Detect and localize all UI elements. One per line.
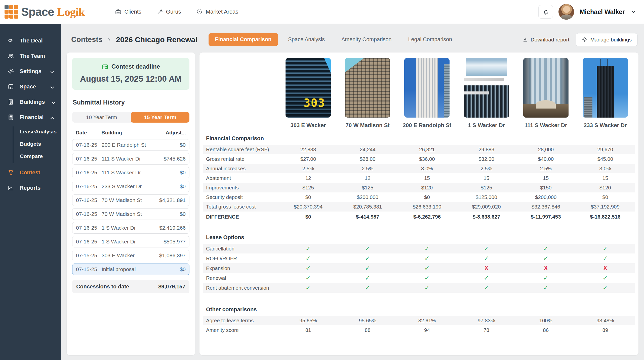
submittal-rows: 07-16-25200 E Randolph St$007-16-25111 S… <box>72 139 189 275</box>
row-value: 12 <box>278 175 338 181</box>
row-value: 2.5% <box>516 166 576 172</box>
sidebar-subitem-budgets[interactable]: Budgets <box>20 138 57 150</box>
row-value: $0 <box>397 194 457 200</box>
submittal-row[interactable]: 07-16-25111 S Wacker Dr$0 <box>72 167 189 178</box>
sidebar-item-reports[interactable]: Reports <box>0 180 61 195</box>
team-icon <box>8 53 14 59</box>
row-amount: $1,086,397 <box>159 252 186 259</box>
check-icon: ✓ <box>457 284 516 291</box>
term-button-15-year-term[interactable]: 15 Year Term <box>131 112 189 123</box>
row-value: $120 <box>397 185 457 191</box>
nav-market-areas[interactable]: Market Areas <box>196 9 238 15</box>
nav-gurus[interactable]: Gurus <box>156 9 181 15</box>
section-title-financial-comparison: Financial Comparison <box>203 135 635 142</box>
user-avatar[interactable] <box>558 4 574 20</box>
row-date: 07-16-25 <box>76 211 102 217</box>
buildings-icon <box>8 99 14 105</box>
row-amount: $0 <box>180 170 186 176</box>
row-value: 100% <box>516 318 576 324</box>
nav-clients[interactable]: Clients <box>115 9 141 15</box>
section-rows: Agree to lease terms95.65%95.65%82.61%97… <box>203 316 635 335</box>
building-name: 70 W Madison St <box>346 122 390 129</box>
row-building: 200 E Randolph St <box>102 142 180 148</box>
row-amount: $0 <box>180 142 186 148</box>
row-label: Renewal <box>203 275 278 281</box>
row-value: 12 <box>338 175 397 181</box>
check-icon: ✓ <box>278 274 338 282</box>
submittal-row[interactable]: 07-16-25233 S Wacker Dr$0 <box>72 181 189 192</box>
logo-grid-icon <box>5 5 18 19</box>
submittal-row[interactable]: 07-16-25200 E Randolph St$0 <box>72 139 189 151</box>
submittal-row[interactable]: 07-16-251 S Wacker Dr$2,419,266 <box>72 222 189 234</box>
comparison-row-rent-abatement-conversion: Rent abatement conversion✓✓✓✓✓✓ <box>203 283 635 293</box>
sidebar-item-buildings[interactable]: Buildings <box>0 94 61 110</box>
calculator-icon <box>8 114 14 121</box>
tab-amenity-comparison[interactable]: Amenity Comparison <box>335 33 398 46</box>
row-amount: $505,977 <box>164 239 186 245</box>
sidebar-item-space[interactable]: Space <box>0 79 61 94</box>
sidebar-subitem-leaseanalysis[interactable]: LeaseAnalysis <box>20 125 57 138</box>
row-date: 07-16-25 <box>76 183 102 189</box>
submittal-row[interactable]: 07-16-251 S Wacker Dr$505,977 <box>72 236 189 247</box>
term-button-10-year-term[interactable]: 10 Year Term <box>72 112 131 123</box>
row-date: 07-15-25 <box>76 252 102 259</box>
row-value: $200,000 <box>338 194 397 200</box>
row-value: 95.65% <box>338 318 397 324</box>
check-icon: ✓ <box>576 274 635 282</box>
tab-financial-comparison[interactable]: Financial Comparison <box>209 33 278 46</box>
check-icon: ✓ <box>576 284 635 291</box>
check-icon: ✓ <box>278 255 338 262</box>
row-value: $0 <box>576 194 635 200</box>
chevron-down-icon <box>49 84 54 89</box>
row-value: 26,821 <box>397 146 457 152</box>
user-name[interactable]: Michael Walker <box>580 8 625 16</box>
spacelogik-logo[interactable]: SpaceLogik <box>5 5 85 19</box>
row-building: 303 E Wacker <box>102 252 159 259</box>
row-date: 07-16-25 <box>76 170 102 176</box>
x-icon: X <box>516 265 576 272</box>
row-value: 89 <box>576 327 635 333</box>
comparison-row-agree-to-lease-terms: Agree to lease terms95.65%95.65%82.61%97… <box>203 316 635 325</box>
sidebar-item-label: Financial <box>20 114 44 121</box>
sidebar-item-financial[interactable]: Financial <box>0 110 61 125</box>
tab-legal-comparison[interactable]: Legal Comparison <box>402 33 459 46</box>
check-icon: ✓ <box>516 255 576 262</box>
row-value: $150 <box>516 185 576 191</box>
app-root: SpaceLogik ClientsGurusMarket Areas Mich… <box>0 0 644 360</box>
term-toggle: 10 Year Term15 Year Term <box>72 112 189 123</box>
sidebar-item-settings[interactable]: Settings <box>0 64 61 79</box>
row-value: 28,000 <box>516 146 576 152</box>
check-icon: ✓ <box>397 274 457 282</box>
submittal-row[interactable]: 07-15-25Initial proposal$0 <box>72 264 189 275</box>
manage-buildings-button[interactable]: Manage buildings <box>576 33 637 46</box>
row-value: $-11,997,453 <box>516 214 576 220</box>
row-label: Gross rental rate <box>203 156 278 162</box>
sidebar: The DealThe TeamSettingsSpaceBuildingsFi… <box>0 24 61 360</box>
breadcrumb-contests[interactable]: Contests <box>71 35 102 44</box>
row-value: 2.5% <box>338 166 397 172</box>
sidebar-item-contest[interactable]: Contest <box>0 165 61 180</box>
notifications-button[interactable] <box>538 5 553 19</box>
sidebar-item-the-deal[interactable]: The Deal <box>0 33 61 48</box>
submittal-row[interactable]: 07-16-2570 W Madison St$4,321,891 <box>72 194 189 206</box>
building-photo <box>464 58 509 118</box>
chevron-down-icon[interactable] <box>630 9 636 15</box>
sidebar-subitem-compare[interactable]: Compare <box>20 150 57 162</box>
download-report-button[interactable]: Download report <box>522 37 569 43</box>
check-icon: ✓ <box>516 284 576 291</box>
building-name: 200 E Randolph St <box>403 122 451 129</box>
sidebar-item-the-team[interactable]: The Team <box>0 48 61 64</box>
submittal-row[interactable]: 07-15-25303 E Wacker$1,086,397 <box>72 250 189 261</box>
row-value: 86 <box>516 327 576 333</box>
submittal-row[interactable]: 07-16-25111 S Wacker Dr$745,626 <box>72 153 189 165</box>
row-value: $0 <box>278 214 338 220</box>
download-icon <box>522 37 528 42</box>
comparison-row-cancellation: Cancellation✓✓✓✓✓✓ <box>203 244 635 253</box>
submittal-panel: Contest deadline August 15, 2025 12:00 A… <box>67 53 195 355</box>
submittal-row[interactable]: 07-16-2570 W Madison St$0 <box>72 208 189 220</box>
building-name: 1 S Wacker Dr <box>468 122 505 129</box>
row-date: 07-16-25 <box>76 156 102 162</box>
row-value: $-16,822,516 <box>576 214 635 220</box>
row-value: $32.00 <box>457 156 516 162</box>
tab-space-analysis[interactable]: Space Analysis <box>281 33 331 46</box>
